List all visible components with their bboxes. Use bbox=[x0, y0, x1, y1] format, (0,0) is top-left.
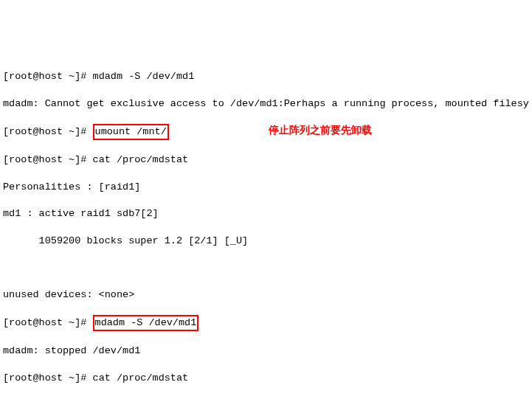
line-stop2: [root@host ~]# mdadm -S /dev/md1 bbox=[3, 315, 529, 331]
line-personalities1: Personalities : [raid1] bbox=[3, 181, 529, 194]
line-unused1: unused devices: <none> bbox=[3, 288, 529, 302]
cmd-text: umount /mnt/ bbox=[95, 126, 167, 137]
prompt: [root@host ~]# bbox=[3, 154, 93, 165]
prompt: [root@host ~]# bbox=[3, 372, 93, 384]
prompt: [root@host ~]# bbox=[3, 71, 93, 82]
line-md1-blocks1: 1059200 blocks super 1.2 [2/1] [_U] bbox=[3, 235, 529, 248]
cmd-text: cat /proc/mdstat bbox=[93, 154, 189, 165]
line-stopped: mdadm: stopped /dev/md1 bbox=[3, 344, 529, 358]
prompt: [root@host ~]# bbox=[3, 126, 93, 137]
prompt: [root@host ~]# bbox=[3, 317, 93, 328]
line-err-access: mdadm: Cannot get exclusive access to /d… bbox=[3, 97, 529, 111]
annotation-stop-umount: 停止阵列之前要先卸载 bbox=[269, 124, 372, 137]
cmd-text: cat /proc/mdstat bbox=[93, 372, 189, 384]
line-cat1: [root@host ~]# cat /proc/mdstat bbox=[3, 153, 529, 167]
cmd-text: mdadm -S /dev/md1 bbox=[93, 71, 195, 82]
cmd-stop-highlight: mdadm -S /dev/md1 bbox=[93, 315, 199, 331]
cmd-umount-highlight: umount /mnt/ bbox=[93, 124, 169, 140]
line-stop1: [root@host ~]# mdadm -S /dev/md1 bbox=[3, 70, 529, 83]
cmd-text: mdadm -S /dev/md1 bbox=[95, 317, 197, 328]
blocks-text: 1059200 blocks super 1.2 [2/1] bbox=[3, 235, 224, 246]
line-cat2: [root@host ~]# cat /proc/mdstat bbox=[3, 372, 529, 385]
blocks-tail: [_U] bbox=[224, 235, 248, 246]
line-blank1 bbox=[3, 261, 529, 274]
line-umount: [root@host ~]# umount /mnt/停止阵列之前要先卸载 bbox=[3, 124, 529, 140]
line-md1-active1: md1 : active raid1 sdb7[2] bbox=[3, 207, 529, 221]
terminal-output: [root@host ~]# mdadm -S /dev/md1 mdadm: … bbox=[3, 57, 529, 399]
